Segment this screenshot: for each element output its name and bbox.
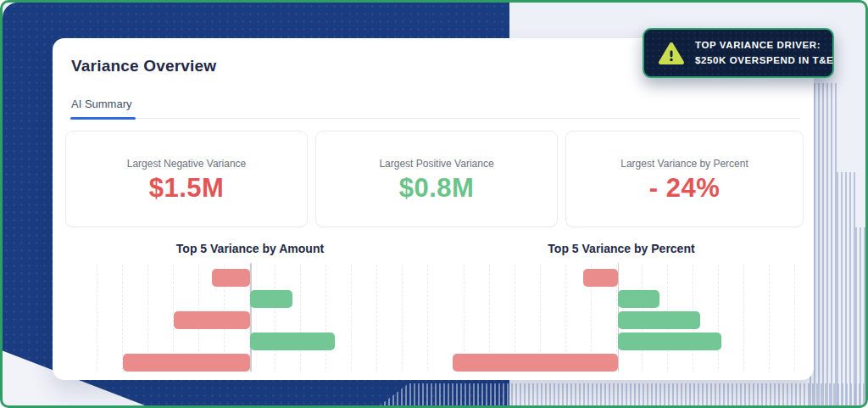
chart-title: Top 5 Variance by Amount	[72, 242, 428, 255]
variance-bar[interactable]	[618, 290, 659, 308]
variance-bar[interactable]	[618, 333, 721, 350]
bar-row	[439, 269, 804, 287]
chart-title: Top 5 Variance by Percent	[439, 242, 804, 255]
variance-bar[interactable]	[212, 269, 250, 287]
bar-row	[72, 311, 428, 329]
stripe-decoration-right	[837, 172, 855, 405]
alert-badge-text: TOP VARIANCE DRIVER: $250K OVERSPEND IN …	[695, 38, 833, 68]
stat-card-value: $1.5M	[66, 173, 307, 204]
dashboard-screen: Variance Overview AI Summary Largest Neg…	[0, 0, 868, 408]
stat-card-label: Largest Variance by Percent	[566, 158, 803, 170]
active-tab-underline	[70, 117, 136, 120]
stat-card-largest-percent: Largest Variance by Percent - 24%	[565, 131, 804, 227]
chart-variance-by-percent: Top 5 Variance by Percent	[439, 242, 804, 372]
tab-label: AI Summary	[71, 98, 132, 110]
bar-row	[439, 354, 804, 372]
variance-overview-card: Variance Overview AI Summary Largest Neg…	[53, 38, 814, 380]
bar-row	[72, 354, 428, 372]
stat-card-label: Largest Positive Variance	[316, 158, 557, 170]
tab-bar: AI Summary	[70, 96, 800, 119]
variance-bar[interactable]	[250, 290, 292, 308]
tab-ai-summary[interactable]: AI Summary	[70, 98, 134, 118]
chart-plot	[439, 263, 804, 372]
alert-badge: TOP VARIANCE DRIVER: $250K OVERSPEND IN …	[643, 28, 834, 78]
alert-line-2: $250K OVERSPEND IN T&E	[695, 55, 833, 65]
variance-bar[interactable]	[618, 311, 700, 329]
bar-row	[439, 311, 804, 329]
stat-card-largest-negative: Largest Negative Variance $1.5M	[65, 131, 308, 227]
stripe-decoration-bottom	[380, 383, 865, 405]
stat-card-largest-positive: Largest Positive Variance $0.8M	[315, 131, 558, 227]
stat-card-value: $0.8M	[316, 173, 557, 204]
chart-variance-by-amount: Top 5 Variance by Amount	[72, 242, 428, 372]
stat-card-label: Largest Negative Variance	[66, 158, 307, 170]
stripe-decoration-right	[855, 227, 865, 405]
bar-row	[439, 333, 804, 350]
bar-row	[72, 269, 428, 287]
variance-bar[interactable]	[250, 333, 335, 350]
warning-triangle-icon	[658, 40, 685, 67]
bar-row	[72, 333, 428, 350]
bar-row	[439, 290, 804, 308]
stat-card-value: - 24%	[566, 173, 803, 204]
page-title: Variance Overview	[71, 57, 216, 75]
chart-plot	[72, 263, 428, 372]
alert-line-1: TOP VARIANCE DRIVER:	[695, 40, 821, 50]
variance-bar[interactable]	[453, 354, 618, 372]
bar-row	[72, 290, 428, 308]
variance-bar[interactable]	[174, 311, 250, 329]
variance-bar[interactable]	[583, 269, 618, 287]
variance-bar[interactable]	[123, 354, 250, 372]
